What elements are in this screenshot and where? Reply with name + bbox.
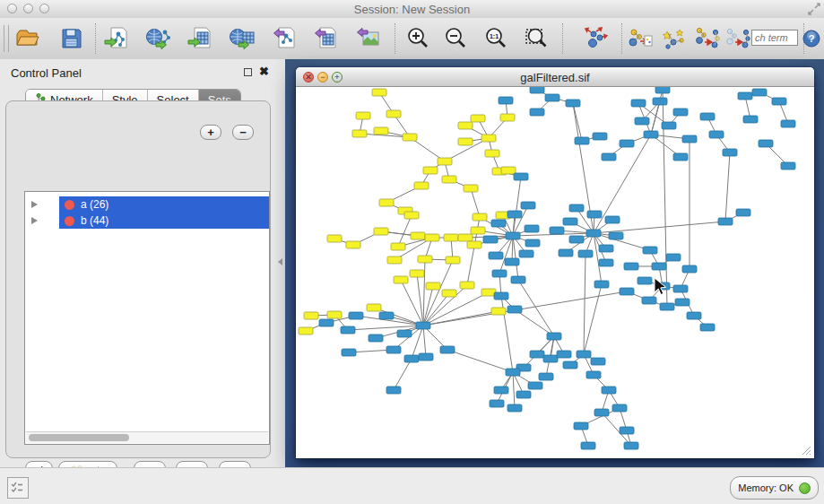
graph-node[interactable] xyxy=(500,114,515,121)
import-table-web-button[interactable] xyxy=(227,24,257,53)
graph-edge[interactable] xyxy=(471,188,480,217)
graph-node[interactable] xyxy=(723,149,737,156)
disclosure-triangle-icon[interactable] xyxy=(31,217,38,224)
graph-node[interactable] xyxy=(299,327,313,335)
graph-node[interactable] xyxy=(403,134,417,141)
graph-node[interactable] xyxy=(682,135,697,143)
graph-node[interactable] xyxy=(563,361,577,369)
graph-node[interactable] xyxy=(418,256,432,263)
new-network-from-selection-button[interactable] xyxy=(625,24,655,53)
graph-node[interactable] xyxy=(410,270,424,277)
graph-node[interactable] xyxy=(464,185,478,192)
graph-node[interactable] xyxy=(489,252,503,259)
graph-node[interactable] xyxy=(505,258,519,265)
graph-node[interactable] xyxy=(387,256,402,264)
graph-edge[interactable] xyxy=(513,372,515,408)
graph-node[interactable] xyxy=(491,308,506,315)
graph-node[interactable] xyxy=(673,109,688,116)
set-row-a[interactable]: a (26) xyxy=(25,196,269,213)
zoom-fit-button[interactable]: 1:1 xyxy=(481,24,511,53)
graph-node[interactable] xyxy=(624,442,638,449)
graph-node[interactable] xyxy=(612,404,627,412)
graph-node[interactable] xyxy=(569,204,584,212)
graph-node[interactable] xyxy=(394,276,408,283)
graph-node[interactable] xyxy=(635,117,649,125)
graph-node[interactable] xyxy=(620,288,634,295)
graph-node[interactable] xyxy=(473,213,487,221)
graph-node[interactable] xyxy=(609,232,623,239)
graph-node[interactable] xyxy=(550,227,564,234)
graph-node[interactable] xyxy=(709,131,724,138)
graph-node[interactable] xyxy=(700,324,715,331)
graph-node[interactable] xyxy=(655,87,670,93)
graph-node[interactable] xyxy=(404,212,419,219)
graph-node[interactable] xyxy=(346,241,360,248)
graph-node[interactable] xyxy=(379,199,394,206)
graph-edge[interactable] xyxy=(518,280,554,336)
graph-node[interactable] xyxy=(374,127,388,135)
graph-edge[interactable] xyxy=(515,309,554,336)
graph-node[interactable] xyxy=(411,232,425,239)
task-history-button[interactable] xyxy=(7,477,29,499)
resize-grip-icon[interactable] xyxy=(801,445,811,456)
graph-node[interactable] xyxy=(516,391,531,398)
graph-node[interactable] xyxy=(743,116,758,123)
graph-node[interactable] xyxy=(528,382,542,389)
graph-node[interactable] xyxy=(652,263,666,270)
graph-node[interactable] xyxy=(507,306,522,313)
graph-node[interactable] xyxy=(675,299,690,306)
zoom-in-button[interactable] xyxy=(403,24,433,53)
graph-node[interactable] xyxy=(460,282,474,289)
graph-node[interactable] xyxy=(666,254,681,261)
graph-node[interactable] xyxy=(605,216,620,223)
graph-node[interactable] xyxy=(643,247,657,254)
graph-node[interactable] xyxy=(419,353,433,361)
graph-node[interactable] xyxy=(440,346,455,353)
zoom-out-button[interactable] xyxy=(440,24,471,53)
graph-node[interactable] xyxy=(442,290,456,297)
export-table-button[interactable] xyxy=(310,24,341,53)
graph-node[interactable] xyxy=(467,241,481,248)
float-panel-icon[interactable] xyxy=(244,68,252,76)
graph-node[interactable] xyxy=(319,319,334,326)
graph-node[interactable] xyxy=(511,276,525,283)
graph-node[interactable] xyxy=(342,349,356,356)
graph-node[interactable] xyxy=(521,202,535,209)
graph-node[interactable] xyxy=(367,304,381,311)
graph-node[interactable] xyxy=(718,218,733,225)
graph-node[interactable] xyxy=(397,330,412,337)
graph-node[interactable] xyxy=(442,176,456,183)
sets-tree[interactable]: a (26) b (44) xyxy=(24,191,270,445)
graph-node[interactable] xyxy=(547,333,561,340)
graph-edge[interactable] xyxy=(348,326,423,330)
network-window-titlebar[interactable]: ✕ − + galFiltered.sif xyxy=(296,67,814,87)
graph-node[interactable] xyxy=(624,263,638,270)
graph-node[interactable] xyxy=(599,259,613,266)
graph-node[interactable] xyxy=(660,303,674,310)
graph-node[interactable] xyxy=(386,110,401,117)
graph-edge[interactable] xyxy=(423,292,489,326)
help-button[interactable]: ? xyxy=(800,24,823,53)
graph-node[interactable] xyxy=(577,351,591,358)
graph-node[interactable] xyxy=(581,442,595,449)
graph-node[interactable] xyxy=(587,211,602,218)
scrollbar-thumb[interactable] xyxy=(29,434,129,441)
graph-node[interactable] xyxy=(490,400,504,407)
graph-node[interactable] xyxy=(653,98,667,105)
graph-node[interactable] xyxy=(446,256,460,264)
graph-node[interactable] xyxy=(416,322,430,329)
graph-node[interactable] xyxy=(557,351,571,358)
graph-node[interactable] xyxy=(530,109,544,116)
memory-status-button[interactable]: Memory: OK xyxy=(730,476,819,500)
graph-node[interactable] xyxy=(530,351,544,358)
graph-node[interactable] xyxy=(594,409,609,416)
select-first-neighbors-button[interactable] xyxy=(659,24,690,53)
export-network-button[interactable] xyxy=(269,24,299,53)
graph-edge[interactable] xyxy=(394,359,412,390)
graph-node[interactable] xyxy=(514,173,528,180)
graph-node[interactable] xyxy=(507,404,522,412)
graph-node[interactable] xyxy=(781,120,795,127)
graph-node[interactable] xyxy=(602,153,616,161)
graph-node[interactable] xyxy=(507,211,522,218)
graph-node[interactable] xyxy=(414,182,429,189)
